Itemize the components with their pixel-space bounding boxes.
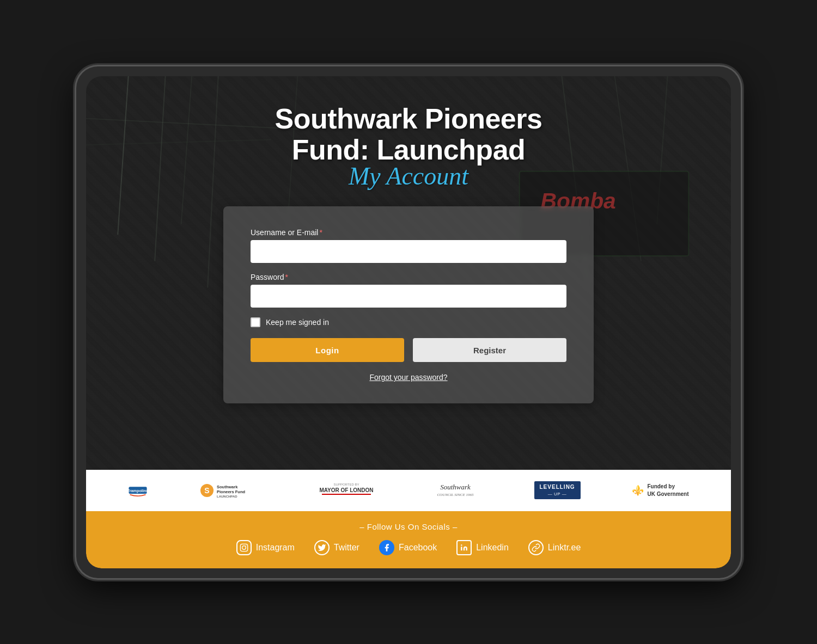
svg-point-27 [461,544,462,545]
device-screen: Bomba Southwark Pioneers Fund: Launchpad… [86,76,731,568]
svg-text:LAUNCHPAD: LAUNCHPAD [217,495,237,498]
login-button[interactable]: Login [251,338,404,362]
password-group: Password* [251,273,566,308]
logo-levelling-up: LEVELLING — UP — [534,481,581,499]
main-title-line1: Southwark Pioneers [275,103,542,134]
twitter-label: Twitter [334,543,359,553]
main-title-line2: Fund: Launchpad [275,134,542,165]
username-label: Username or E-mail* [251,228,566,237]
logo-trampoline: Trampoline [128,483,148,498]
logo-mayor-london: SUPPORTED BY MAYOR OF LONDON [316,480,376,501]
svg-point-25 [242,545,246,549]
linktree-icon [528,540,544,555]
twitter-icon [314,540,330,555]
username-group: Username or E-mail* [251,228,566,263]
instagram-label: Instagram [256,543,295,553]
linkedin-icon [456,540,472,555]
linktree-label: Linktr.ee [548,543,581,553]
linkedin-link[interactable]: Linkedin [456,540,509,555]
linkedin-label: Linkedin [476,543,509,553]
username-required: * [319,228,322,237]
svg-text:S: S [205,486,210,495]
svg-rect-24 [240,544,247,551]
button-row: Login Register [251,338,566,362]
svg-text:MAYOR OF LONDON: MAYOR OF LONDON [319,487,373,493]
follow-heading: – Follow Us On Socials – [108,522,709,531]
logo-pioneer-fund: S Southwark Pioneers Fund LAUNCHPAD [199,481,265,500]
uk-gov-icon: ⚜️ [632,484,644,496]
linktree-link[interactable]: Linktr.ee [528,540,581,555]
svg-text:SUPPORTED BY: SUPPORTED BY [334,483,359,486]
script-title: My Account [275,163,542,191]
keep-signed-row: Keep me signed in [251,317,566,327]
logo-uk-government: ⚜️ Funded byUK Government [632,483,688,498]
forgot-password-link[interactable]: Forgot your password? [251,373,566,382]
hero-section: Bomba Southwark Pioneers Fund: Launchpad… [86,76,731,470]
facebook-icon [379,540,394,555]
instagram-link[interactable]: Instagram [236,540,295,555]
svg-text:Southwark: Southwark [217,484,238,489]
mayor-london-icon: SUPPORTED BY MAYOR OF LONDON [316,480,376,499]
social-footer: – Follow Us On Socials – Instagram [86,511,731,568]
southwark-council-icon: Southwark COUNCIL SINCE 1965 [428,480,483,499]
facebook-label: Facebook [399,543,437,553]
svg-text:Southwark: Southwark [440,483,471,491]
instagram-icon [236,540,252,555]
svg-point-26 [246,545,246,545]
twitter-link[interactable]: Twitter [314,540,359,555]
hero-title: Southwark Pioneers Fund: Launchpad My Ac… [275,103,542,191]
pioneer-fund-icon: S Southwark Pioneers Fund LAUNCHPAD [199,481,265,500]
svg-text:COUNCIL SINCE 1965: COUNCIL SINCE 1965 [437,493,474,497]
svg-text:Pioneers Fund: Pioneers Fund [217,489,246,494]
password-required: * [285,273,288,281]
logos-section: Trampoline S Southwark Pioneers Fund LAU… [86,470,731,511]
device-frame: Bomba Southwark Pioneers Fund: Launchpad… [76,66,741,578]
facebook-link[interactable]: Facebook [379,540,437,555]
logo-southwark-council: Southwark COUNCIL SINCE 1965 [428,480,483,501]
register-button[interactable]: Register [413,338,566,362]
password-label: Password* [251,273,566,281]
username-input[interactable] [251,240,566,263]
password-input[interactable] [251,285,566,308]
keep-signed-checkbox[interactable] [251,317,260,327]
svg-text:Trampoline: Trampoline [128,488,148,493]
keep-signed-label: Keep me signed in [266,318,329,327]
trampoline-icon: Trampoline [128,483,148,498]
login-card: Username or E-mail* Password* Keep me si… [223,206,594,403]
social-links: Instagram Twitter [108,540,709,555]
